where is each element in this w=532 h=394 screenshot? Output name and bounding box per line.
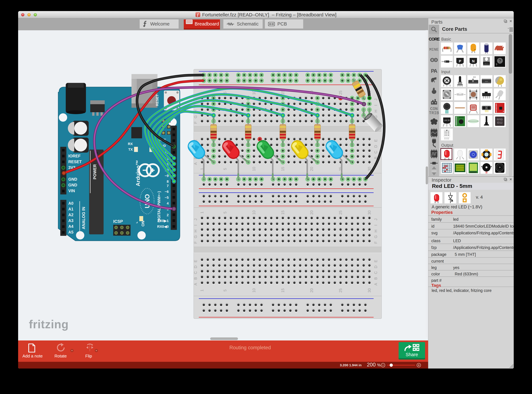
svg-text:N: N xyxy=(472,59,475,63)
svg-text:D: D xyxy=(374,265,378,268)
svg-text:15: 15 xyxy=(281,167,285,171)
svg-text:GND: GND xyxy=(68,177,77,181)
svg-text:10: 10 xyxy=(252,167,256,171)
svg-text:5: 5 xyxy=(223,211,227,213)
svg-text:LM 35: LM 35 xyxy=(444,119,450,121)
svg-text:1: 1 xyxy=(200,211,204,213)
svg-text:8: 8 xyxy=(167,180,169,184)
svg-text:1: 1 xyxy=(200,289,204,291)
svg-text:?: ? xyxy=(499,58,501,63)
svg-text:15: 15 xyxy=(281,91,285,95)
svg-text:A5: A5 xyxy=(68,230,73,234)
svg-text:C: C xyxy=(193,271,198,274)
svg-text:F: F xyxy=(193,121,198,124)
svg-text:20: 20 xyxy=(309,210,314,215)
svg-text:A: A xyxy=(193,162,198,165)
svg-text:15: 15 xyxy=(281,288,285,293)
svg-text:TX: TX xyxy=(128,147,133,151)
svg-text:G: G xyxy=(193,235,198,238)
svg-text:25: 25 xyxy=(338,91,343,95)
svg-text:J: J xyxy=(374,98,378,100)
svg-text:H: H xyxy=(374,229,378,232)
svg-text:30: 30 xyxy=(367,167,371,171)
svg-text:xxxx: xxxx xyxy=(485,81,488,82)
svg-text:FET P: FET P xyxy=(484,63,488,64)
svg-text:VIN: VIN xyxy=(68,188,75,193)
svg-text:J: J xyxy=(193,218,198,220)
svg-text:ID12: ID12 xyxy=(497,121,502,124)
svg-text:D: D xyxy=(193,265,198,268)
svg-text:A3: A3 xyxy=(68,218,73,223)
svg-text:A0: A0 xyxy=(68,201,73,206)
svg-text:5: 5 xyxy=(223,168,227,170)
svg-text:30: 30 xyxy=(367,288,371,293)
svg-text:30: 30 xyxy=(367,210,371,215)
svg-text:A: A xyxy=(193,283,198,285)
svg-text:D: D xyxy=(374,145,378,148)
svg-text:A1: A1 xyxy=(68,207,73,211)
svg-text:RX: RX xyxy=(128,142,133,146)
svg-text:IOREF: IOREF xyxy=(68,154,80,158)
svg-text:?: ? xyxy=(496,63,497,66)
svg-text:25: 25 xyxy=(338,210,343,215)
svg-text:20: 20 xyxy=(309,288,314,293)
svg-text:POWER: POWER xyxy=(93,164,97,179)
svg-text:25: 25 xyxy=(338,288,343,293)
svg-text:20: 20 xyxy=(309,167,314,171)
svg-text:ON: ON xyxy=(141,221,145,227)
svg-text:RESET: RESET xyxy=(68,160,82,164)
svg-text:B: B xyxy=(374,277,378,280)
svg-text:E: E xyxy=(193,260,198,262)
svg-text:5: 5 xyxy=(223,289,227,291)
svg-text:C: C xyxy=(374,151,378,153)
svg-text:Arduino™: Arduino™ xyxy=(135,160,141,186)
svg-text:H: H xyxy=(374,110,378,112)
svg-text:E: E xyxy=(374,260,378,262)
svg-text:RFID: RFID xyxy=(497,118,503,121)
svg-text:F: F xyxy=(374,241,378,244)
svg-text:2: 2 xyxy=(167,213,169,217)
svg-text:RX0◀0: RX0◀0 xyxy=(157,225,169,228)
svg-text:G: G xyxy=(193,115,198,119)
svg-text:A2: A2 xyxy=(68,213,73,217)
svg-text:7: 7 xyxy=(167,184,169,188)
svg-text:I: I xyxy=(374,225,378,226)
svg-text:~5: ~5 xyxy=(165,196,169,200)
svg-text:E: E xyxy=(374,139,378,142)
svg-text:ANALOG IN: ANALOG IN xyxy=(81,207,86,229)
svg-text:A4: A4 xyxy=(68,224,73,228)
svg-text:J: J xyxy=(374,218,378,220)
svg-text:B: B xyxy=(193,277,198,280)
svg-text:4: 4 xyxy=(167,201,169,205)
svg-text:fritzing: fritzing xyxy=(29,318,69,331)
svg-text:10: 10 xyxy=(252,288,256,293)
svg-text:⌟: ⌟ xyxy=(136,219,138,224)
svg-text:RESET: RESET xyxy=(155,94,159,106)
svg-text:C: C xyxy=(374,271,378,274)
svg-text:15: 15 xyxy=(281,210,285,215)
svg-text:H: H xyxy=(193,229,198,232)
svg-text:G: G xyxy=(374,235,378,238)
svg-text:I: I xyxy=(374,105,378,106)
svg-text:F: F xyxy=(193,241,198,244)
svg-text:10: 10 xyxy=(252,210,256,215)
svg-text:I: I xyxy=(193,225,198,226)
svg-text:A: A xyxy=(374,283,378,285)
svg-text:~6: ~6 xyxy=(165,190,169,194)
svg-text:P: P xyxy=(459,59,461,63)
svg-text:GND: GND xyxy=(68,183,77,187)
svg-text:ICSP: ICSP xyxy=(113,219,123,224)
